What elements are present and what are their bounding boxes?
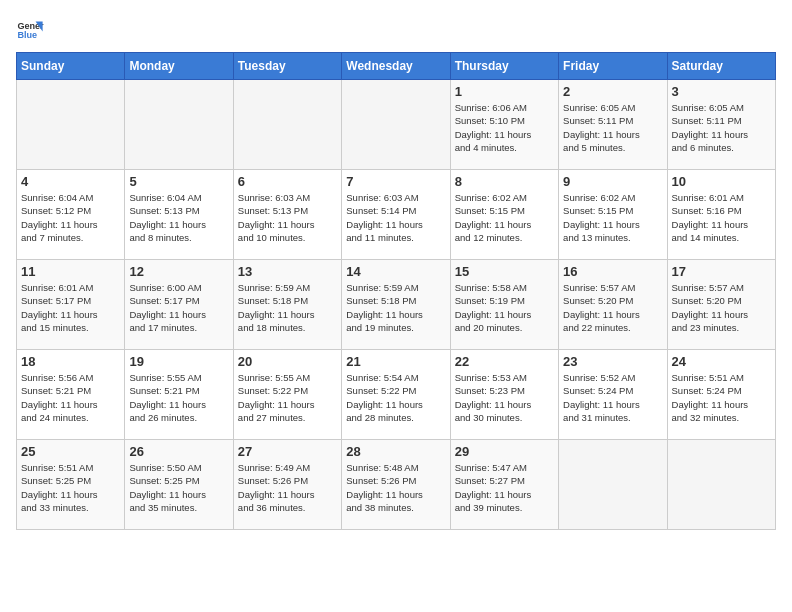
calendar-cell: 5Sunrise: 6:04 AM Sunset: 5:13 PM Daylig… [125,170,233,260]
calendar-cell [233,80,341,170]
day-info: Sunrise: 5:51 AM Sunset: 5:24 PM Dayligh… [672,371,771,424]
col-header-tuesday: Tuesday [233,53,341,80]
calendar-cell: 26Sunrise: 5:50 AM Sunset: 5:25 PM Dayli… [125,440,233,530]
calendar-cell: 17Sunrise: 5:57 AM Sunset: 5:20 PM Dayli… [667,260,775,350]
logo: General Blue [16,16,44,44]
logo-icon: General Blue [16,16,44,44]
day-number: 2 [563,84,662,99]
day-number: 22 [455,354,554,369]
day-number: 24 [672,354,771,369]
day-info: Sunrise: 6:03 AM Sunset: 5:13 PM Dayligh… [238,191,337,244]
day-number: 25 [21,444,120,459]
day-number: 19 [129,354,228,369]
day-number: 23 [563,354,662,369]
day-info: Sunrise: 6:01 AM Sunset: 5:17 PM Dayligh… [21,281,120,334]
day-info: Sunrise: 5:50 AM Sunset: 5:25 PM Dayligh… [129,461,228,514]
calendar-cell: 25Sunrise: 5:51 AM Sunset: 5:25 PM Dayli… [17,440,125,530]
day-info: Sunrise: 5:54 AM Sunset: 5:22 PM Dayligh… [346,371,445,424]
calendar-cell: 6Sunrise: 6:03 AM Sunset: 5:13 PM Daylig… [233,170,341,260]
day-info: Sunrise: 6:06 AM Sunset: 5:10 PM Dayligh… [455,101,554,154]
day-number: 28 [346,444,445,459]
day-number: 1 [455,84,554,99]
day-info: Sunrise: 5:59 AM Sunset: 5:18 PM Dayligh… [346,281,445,334]
calendar-cell: 18Sunrise: 5:56 AM Sunset: 5:21 PM Dayli… [17,350,125,440]
day-info: Sunrise: 5:53 AM Sunset: 5:23 PM Dayligh… [455,371,554,424]
calendar-cell: 21Sunrise: 5:54 AM Sunset: 5:22 PM Dayli… [342,350,450,440]
calendar-table: SundayMondayTuesdayWednesdayThursdayFrid… [16,52,776,530]
day-number: 14 [346,264,445,279]
day-info: Sunrise: 5:59 AM Sunset: 5:18 PM Dayligh… [238,281,337,334]
day-info: Sunrise: 5:48 AM Sunset: 5:26 PM Dayligh… [346,461,445,514]
day-number: 21 [346,354,445,369]
day-number: 18 [21,354,120,369]
calendar-cell: 13Sunrise: 5:59 AM Sunset: 5:18 PM Dayli… [233,260,341,350]
day-info: Sunrise: 5:55 AM Sunset: 5:21 PM Dayligh… [129,371,228,424]
calendar-cell: 3Sunrise: 6:05 AM Sunset: 5:11 PM Daylig… [667,80,775,170]
day-info: Sunrise: 6:02 AM Sunset: 5:15 PM Dayligh… [455,191,554,244]
calendar-cell [342,80,450,170]
day-info: Sunrise: 5:55 AM Sunset: 5:22 PM Dayligh… [238,371,337,424]
calendar-cell: 10Sunrise: 6:01 AM Sunset: 5:16 PM Dayli… [667,170,775,260]
calendar-cell: 2Sunrise: 6:05 AM Sunset: 5:11 PM Daylig… [559,80,667,170]
calendar-cell: 15Sunrise: 5:58 AM Sunset: 5:19 PM Dayli… [450,260,558,350]
calendar-cell: 4Sunrise: 6:04 AM Sunset: 5:12 PM Daylig… [17,170,125,260]
calendar-cell [125,80,233,170]
day-number: 8 [455,174,554,189]
calendar-cell: 29Sunrise: 5:47 AM Sunset: 5:27 PM Dayli… [450,440,558,530]
day-number: 16 [563,264,662,279]
calendar-cell [559,440,667,530]
day-info: Sunrise: 6:03 AM Sunset: 5:14 PM Dayligh… [346,191,445,244]
day-info: Sunrise: 6:04 AM Sunset: 5:13 PM Dayligh… [129,191,228,244]
calendar-cell: 11Sunrise: 6:01 AM Sunset: 5:17 PM Dayli… [17,260,125,350]
day-number: 9 [563,174,662,189]
calendar-cell [667,440,775,530]
calendar-cell: 14Sunrise: 5:59 AM Sunset: 5:18 PM Dayli… [342,260,450,350]
calendar-cell: 16Sunrise: 5:57 AM Sunset: 5:20 PM Dayli… [559,260,667,350]
calendar-cell: 9Sunrise: 6:02 AM Sunset: 5:15 PM Daylig… [559,170,667,260]
day-info: Sunrise: 5:58 AM Sunset: 5:19 PM Dayligh… [455,281,554,334]
svg-text:Blue: Blue [17,30,37,40]
day-number: 7 [346,174,445,189]
day-number: 6 [238,174,337,189]
day-info: Sunrise: 5:56 AM Sunset: 5:21 PM Dayligh… [21,371,120,424]
day-info: Sunrise: 6:04 AM Sunset: 5:12 PM Dayligh… [21,191,120,244]
day-info: Sunrise: 6:05 AM Sunset: 5:11 PM Dayligh… [563,101,662,154]
day-number: 20 [238,354,337,369]
calendar-cell [17,80,125,170]
calendar-cell: 12Sunrise: 6:00 AM Sunset: 5:17 PM Dayli… [125,260,233,350]
calendar-cell: 20Sunrise: 5:55 AM Sunset: 5:22 PM Dayli… [233,350,341,440]
col-header-sunday: Sunday [17,53,125,80]
calendar-cell: 27Sunrise: 5:49 AM Sunset: 5:26 PM Dayli… [233,440,341,530]
calendar-cell: 28Sunrise: 5:48 AM Sunset: 5:26 PM Dayli… [342,440,450,530]
day-number: 26 [129,444,228,459]
day-info: Sunrise: 5:57 AM Sunset: 5:20 PM Dayligh… [563,281,662,334]
day-info: Sunrise: 5:51 AM Sunset: 5:25 PM Dayligh… [21,461,120,514]
col-header-friday: Friday [559,53,667,80]
calendar-cell: 23Sunrise: 5:52 AM Sunset: 5:24 PM Dayli… [559,350,667,440]
day-number: 29 [455,444,554,459]
day-info: Sunrise: 6:01 AM Sunset: 5:16 PM Dayligh… [672,191,771,244]
day-number: 3 [672,84,771,99]
day-info: Sunrise: 6:00 AM Sunset: 5:17 PM Dayligh… [129,281,228,334]
col-header-monday: Monday [125,53,233,80]
day-info: Sunrise: 5:57 AM Sunset: 5:20 PM Dayligh… [672,281,771,334]
calendar-cell: 8Sunrise: 6:02 AM Sunset: 5:15 PM Daylig… [450,170,558,260]
calendar-cell: 24Sunrise: 5:51 AM Sunset: 5:24 PM Dayli… [667,350,775,440]
day-number: 15 [455,264,554,279]
day-number: 17 [672,264,771,279]
col-header-thursday: Thursday [450,53,558,80]
calendar-cell: 7Sunrise: 6:03 AM Sunset: 5:14 PM Daylig… [342,170,450,260]
col-header-wednesday: Wednesday [342,53,450,80]
calendar-cell: 22Sunrise: 5:53 AM Sunset: 5:23 PM Dayli… [450,350,558,440]
day-info: Sunrise: 5:47 AM Sunset: 5:27 PM Dayligh… [455,461,554,514]
day-info: Sunrise: 6:02 AM Sunset: 5:15 PM Dayligh… [563,191,662,244]
calendar-cell: 1Sunrise: 6:06 AM Sunset: 5:10 PM Daylig… [450,80,558,170]
calendar-cell: 19Sunrise: 5:55 AM Sunset: 5:21 PM Dayli… [125,350,233,440]
day-info: Sunrise: 5:52 AM Sunset: 5:24 PM Dayligh… [563,371,662,424]
day-info: Sunrise: 5:49 AM Sunset: 5:26 PM Dayligh… [238,461,337,514]
page-header: General Blue [16,16,776,44]
col-header-saturday: Saturday [667,53,775,80]
day-number: 4 [21,174,120,189]
day-info: Sunrise: 6:05 AM Sunset: 5:11 PM Dayligh… [672,101,771,154]
day-number: 11 [21,264,120,279]
